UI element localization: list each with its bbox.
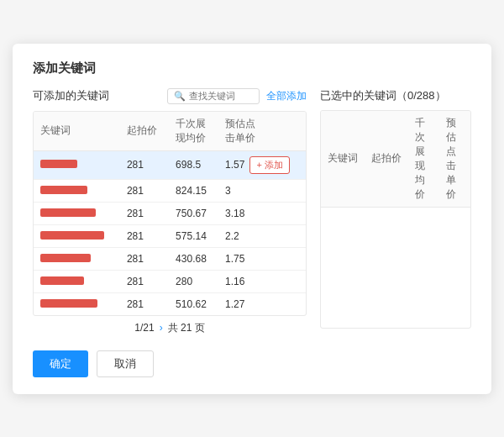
col-cpm: 千次展现均价 (169, 112, 218, 151)
col-bid: 起拍价 (120, 112, 169, 151)
cpm-cell: 430.68 (169, 247, 218, 270)
cpc-cell: 2.2 (218, 225, 306, 247)
footer-buttons: 确定 取消 (33, 350, 471, 377)
bid-cell: 281 (120, 179, 169, 202)
confirm-button[interactable]: 确定 (33, 350, 88, 377)
keyword-cell (34, 150, 120, 179)
keyword-cell (34, 247, 120, 270)
cpc-cell: 1.57+ 添加 (218, 151, 306, 179)
page-next-icon[interactable]: › (160, 322, 163, 334)
right-col-cpm: 千次展现均价 (408, 111, 439, 208)
page-total: 共 21 页 (168, 321, 205, 335)
col-cpc: 预估点击单价 (218, 112, 306, 151)
table-row: 2812801.16 (34, 270, 306, 292)
keyword-cell (34, 179, 120, 202)
add-keyword-button[interactable]: + 添加 (249, 156, 289, 174)
table-row: 281750.673.18 (34, 202, 306, 224)
cpc-cell: 3.18 (218, 203, 306, 224)
selected-keyword-table: 关键词 起拍价 千次展现均价 预估点击单价 (321, 111, 470, 208)
cpc-cell: 1.27 (218, 293, 306, 315)
right-col-keyword: 关键词 (321, 111, 365, 208)
right-panel: 已选中的关键词（0/288） 关键词 起拍价 千次展现均价 预估点击单价 (320, 88, 471, 335)
bid-cell: 281 (120, 150, 169, 179)
table-header-row: 关键词 起拍价 千次展现均价 预估点击单价 (34, 112, 306, 151)
cpc-cell: 1.16 (218, 271, 306, 292)
page-current: 1/21 (134, 322, 154, 334)
table-row: 281510.621.27 (34, 292, 306, 315)
keyword-cell (34, 292, 120, 315)
keyword-cell (34, 270, 120, 292)
add-all-button[interactable]: 全部添加 (266, 89, 307, 103)
left-panel-header: 可添加的关键词 🔍 全部添加 (33, 88, 307, 104)
search-input[interactable] (189, 91, 256, 101)
table-row: 281698.51.57+ 添加 (34, 150, 306, 179)
right-panel-header: 已选中的关键词（0/288） (320, 88, 471, 103)
right-header-row: 关键词 起拍价 千次展现均价 预估点击单价 (321, 111, 470, 208)
table-row: 281575.142.2 (34, 224, 306, 247)
bid-cell: 281 (120, 270, 169, 292)
pagination: 1/21 › 共 21 页 (33, 321, 307, 335)
cpc-cell: 3 (218, 180, 306, 202)
cpm-cell: 510.62 (169, 292, 218, 315)
cpm-cell: 750.67 (169, 202, 218, 224)
content-row: 可添加的关键词 🔍 全部添加 关键词 起拍价 千次展现均价 (33, 88, 471, 335)
right-panel-label: 已选中的关键词（0/288） (320, 88, 446, 103)
search-box[interactable]: 🔍 (167, 88, 260, 104)
add-keyword-modal: 添加关键词 可添加的关键词 🔍 全部添加 关键词 (13, 44, 491, 394)
search-icon: 🔍 (174, 91, 186, 102)
right-col-bid: 起拍价 (365, 111, 408, 208)
cancel-button[interactable]: 取消 (97, 350, 154, 377)
keyword-cell (34, 224, 120, 247)
bid-cell: 281 (120, 202, 169, 224)
keyword-cell (34, 202, 120, 224)
right-col-cpc: 预估点击单价 (439, 111, 470, 208)
table-row: 281824.153 (34, 179, 306, 202)
cpc-cell: 1.75 (218, 248, 306, 270)
cpm-cell: 824.15 (169, 179, 218, 202)
col-keyword: 关键词 (34, 112, 120, 151)
keyword-table: 关键词 起拍价 千次展现均价 预估点击单价 281698.51.57+ 添加28… (34, 112, 306, 315)
modal-title: 添加关键词 (33, 61, 471, 76)
right-table-wrapper: 关键词 起拍价 千次展现均价 预估点击单价 (320, 110, 471, 329)
bid-cell: 281 (120, 247, 169, 270)
left-panel: 可添加的关键词 🔍 全部添加 关键词 起拍价 千次展现均价 (33, 88, 307, 335)
left-panel-label: 可添加的关键词 (33, 88, 109, 103)
cpm-cell: 698.5 (169, 150, 218, 179)
bid-cell: 281 (120, 292, 169, 315)
left-table-wrapper: 关键词 起拍价 千次展现均价 预估点击单价 281698.51.57+ 添加28… (33, 111, 307, 316)
table-row: 281430.681.75 (34, 247, 306, 270)
bid-cell: 281 (120, 224, 169, 247)
cpm-cell: 280 (169, 270, 218, 292)
cpm-cell: 575.14 (169, 224, 218, 247)
